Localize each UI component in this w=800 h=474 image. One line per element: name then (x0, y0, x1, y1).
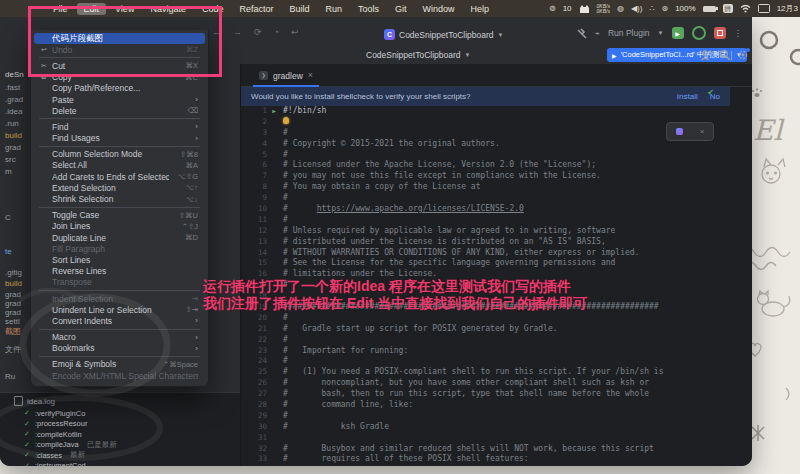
menubar-item-tools[interactable]: Tools (351, 3, 386, 15)
floating-widget[interactable]: × (666, 122, 714, 141)
menu-separator (39, 118, 200, 119)
menu-item[interactable]: Unindent Line or Selection⇧⇥ (34, 304, 205, 315)
gradle-task-row[interactable]: ✓:compileKotlin (0, 429, 240, 440)
license-link[interactable]: https://www.apache.org/licenses/LICENSE-… (317, 204, 524, 213)
app-circle-icon[interactable]: ◍ (617, 4, 624, 13)
line-number: 27 (241, 389, 267, 398)
tree-item-fragment[interactable]: grad (5, 299, 21, 308)
add-user-icon[interactable] (700, 49, 712, 61)
code-line: 32# Busybox and similar reduced shells w… (241, 443, 752, 454)
close-icon[interactable]: × (308, 71, 313, 80)
gradle-task-row[interactable]: ✓:compileJava已是最新 (0, 440, 240, 451)
network-speed[interactable]: 0KB/s 0KB/s (597, 4, 610, 14)
project-selector[interactable]: C CodeSnippetToClipboard ▼ (384, 29, 503, 40)
notification-coins-icon[interactable]: ⊚ (549, 4, 556, 13)
tree-item-fragment[interactable]: .fast (5, 83, 20, 92)
menubar-item-help[interactable]: Help (464, 3, 497, 15)
menu-item[interactable]: Select All⌘A (34, 160, 205, 171)
check-icon: ✓ (24, 462, 30, 466)
menubar-item-run[interactable]: Run (318, 3, 349, 15)
refresh-icon[interactable]: ⟳ (254, 28, 262, 37)
cat-menubar-icon[interactable] (579, 4, 590, 14)
menu-item[interactable]: Sort Lines (34, 254, 205, 265)
inspections-ok-icon[interactable]: ✔ (707, 88, 714, 97)
wifi-icon[interactable] (740, 4, 751, 13)
editor-area: ❯ gradlew × Would you like to install sh… (241, 64, 752, 466)
code-line: 30# ksh Gradle (241, 421, 752, 432)
close-icon[interactable]: × (700, 127, 705, 136)
menu-item[interactable]: Bookmarks› (34, 343, 205, 354)
menu-item[interactable]: Reverse Lines (34, 266, 205, 277)
menubar-item-window[interactable]: Window (416, 3, 462, 15)
build-hammer-icon[interactable] (576, 28, 587, 39)
search-icon[interactable] (719, 49, 731, 61)
menubar-item-refactor[interactable]: Refactor (232, 3, 280, 15)
tree-item-fragment[interactable]: C (5, 213, 11, 222)
tab-gradlew[interactable]: ❯ gradlew × (253, 66, 319, 87)
net-down: 0KB/s (597, 9, 610, 14)
menu-item[interactable]: Toggle Case⇧⌘U (34, 210, 205, 221)
stop-button[interactable] (714, 27, 726, 39)
run-plugin-config[interactable]: Run Plugin (608, 28, 650, 38)
menu-item[interactable]: Column Selection Mode⇧⌘8 (34, 149, 205, 160)
gradle-task-row[interactable]: ✓:processResour (0, 419, 240, 430)
menu-item[interactable]: Join Lines⌃⇧J (34, 221, 205, 232)
menu-item[interactable]: Convert Indents› (34, 315, 205, 326)
tree-item-fragment[interactable]: .gitig (5, 268, 22, 277)
menu-item[interactable]: Paste› (34, 94, 205, 105)
tree-item-fragment[interactable]: deSn (5, 70, 24, 79)
tree-item-fragment[interactable]: .run (5, 119, 19, 128)
log-tab[interactable]: idea.log (0, 393, 240, 408)
tree-item-fragment[interactable]: build (5, 131, 22, 140)
gradle-task-row[interactable]: ✓:verifyPluginCo (0, 408, 240, 419)
intention-bulb-icon[interactable] (283, 117, 289, 124)
menu-item[interactable]: Extend Selection⌥↑ (34, 182, 205, 193)
display-icon[interactable] (758, 4, 770, 13)
tree-item-fragment[interactable]: 截图 (5, 326, 21, 337)
gradle-task-row[interactable]: ✓:instrumentCod (0, 461, 240, 467)
coverage-circle-icon[interactable] (692, 26, 706, 40)
tree-item-fragment[interactable]: te (5, 247, 12, 256)
menu-item[interactable]: Copy Path/Reference... (34, 83, 205, 94)
more-options-icon[interactable]: ⋮ (734, 28, 743, 38)
run-config-selector[interactable]: CodeSnippetToClipboard ▼ (366, 50, 470, 60)
input-method-icon[interactable]: 拼 (723, 4, 733, 13)
chevron-down-icon[interactable]: ▼ (658, 30, 664, 36)
menubar-item-git[interactable]: Git (388, 3, 414, 15)
menu-item[interactable]: Shrink Selection⌥↓ (34, 193, 205, 204)
volume-icon[interactable]: ◀)) (631, 4, 642, 13)
menubar-item-build[interactable]: Build (282, 3, 316, 15)
tree-item-fragment[interactable]: build (5, 279, 22, 288)
tree-item-fragment[interactable]: grad (5, 290, 21, 299)
undo-icon[interactable]: ↩ (291, 28, 299, 37)
tree-item-fragment[interactable]: 文件 (5, 344, 21, 355)
menu-item[interactable]: Find› (34, 121, 205, 132)
tree-item-fragment[interactable]: m (5, 167, 12, 176)
tree-item-fragment[interactable]: .idea (5, 107, 22, 116)
task-name: :compileKotlin (35, 430, 82, 439)
menu-item[interactable]: Duplicate Line⌘D (34, 232, 205, 243)
menu-item[interactable]: Find Usages› (34, 133, 205, 144)
menu-item-shortcut: ⇧⇥ (185, 305, 198, 314)
tree-item-fragment[interactable]: grad (5, 308, 21, 317)
menu-separator (39, 146, 200, 147)
tree-item-fragment[interactable]: src (5, 155, 16, 164)
forward-icon[interactable]: → (233, 28, 242, 37)
menu-item[interactable]: Macro› (34, 332, 205, 343)
menu-item-label: Shrink Selection (52, 194, 178, 204)
history-icon[interactable]: ◔ (274, 28, 279, 37)
menu-item[interactable]: Delete⌫ (34, 105, 205, 116)
install-link[interactable]: Install (677, 92, 698, 101)
tree-item-fragment[interactable]: .grad (5, 95, 23, 104)
tree-item-fragment[interactable]: Ru (5, 372, 15, 381)
tree-item-fragment[interactable]: settl (5, 317, 20, 326)
sync-circle-icon[interactable]: ⊛ (661, 4, 668, 13)
menu-item[interactable]: Add Carets to Ends of Selected Lines⌥⇧G (34, 171, 205, 182)
menubar-date[interactable]: 12月3 (777, 3, 798, 14)
run-button-green[interactable]: ▶ (672, 27, 684, 39)
tree-item-fragment[interactable]: grad (5, 143, 21, 152)
menu-item[interactable]: Emoji & Symbols⌃⌘Space (34, 359, 205, 370)
run-line-icon[interactable]: ▶ (267, 107, 281, 114)
dots-icon[interactable]: ∴ (649, 4, 654, 13)
gradle-task-row[interactable]: ✓:classes最新 (0, 450, 240, 461)
